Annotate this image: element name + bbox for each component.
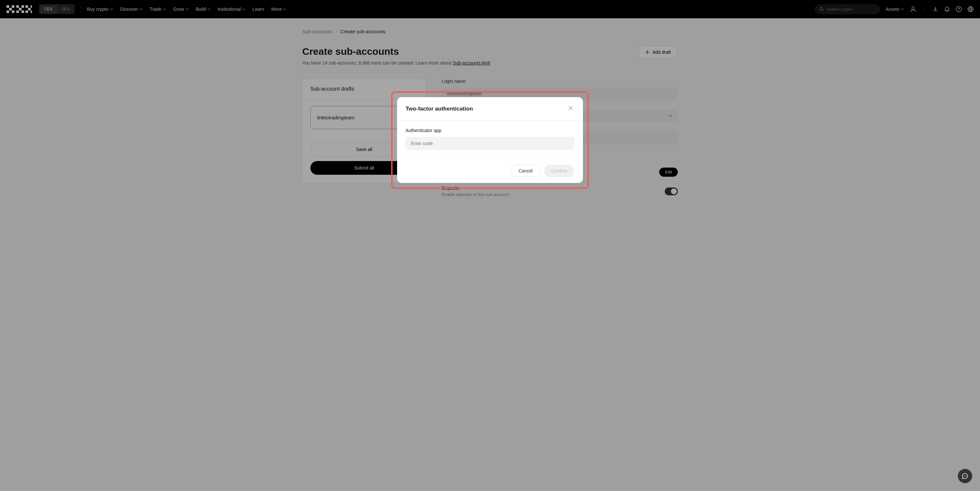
modal-body: Authenticator app — [397, 121, 583, 159]
code-input[interactable] — [406, 137, 574, 150]
close-button[interactable] — [566, 104, 574, 114]
authenticator-label: Authenticator app — [406, 128, 574, 133]
modal-title: Two-factor authentication — [406, 106, 473, 112]
two-factor-modal: Two-factor authentication Authenticator … — [397, 97, 583, 183]
close-icon — [568, 106, 573, 111]
modal-highlight: Two-factor authentication Authenticator … — [391, 91, 589, 189]
modal-header: Two-factor authentication — [397, 97, 583, 121]
modal-overlay: Two-factor authentication Authenticator … — [0, 0, 980, 215]
cancel-button[interactable]: Cancel — [511, 165, 540, 177]
modal-footer: Cancel Confirm — [397, 159, 583, 183]
confirm-button[interactable]: Confirm — [544, 165, 574, 177]
